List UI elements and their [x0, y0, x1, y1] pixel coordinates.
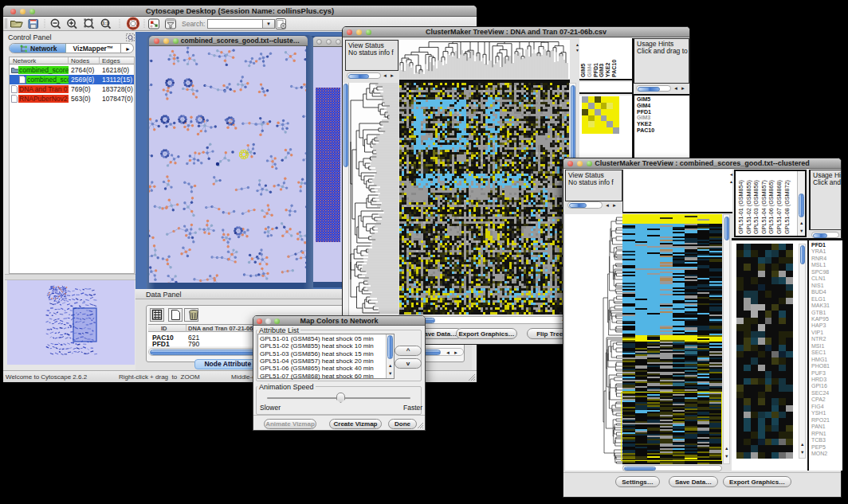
svg-text:GPL51-03 (GSM856): GPL51-03 (GSM856)	[752, 180, 760, 234]
svg-text:1:1: 1:1	[103, 21, 109, 25]
svg-text:GPL51-06 (GSM865): GPL51-06 (GSM865)	[768, 180, 775, 234]
svg-text:GPL51-07 (GSM868): GPL51-07 (GSM868)	[775, 180, 783, 234]
svg-text:GPL51-08 (GSM872): GPL51-08 (GSM872)	[783, 180, 791, 234]
svg-text:GIM5: GIM5	[580, 64, 586, 77]
svg-text:YKE2: YKE2	[605, 63, 610, 77]
svg-text:PAC10: PAC10	[611, 60, 617, 77]
svg-text:PFD1: PFD1	[593, 63, 599, 77]
svg-text:GIM4: GIM4	[587, 64, 592, 77]
svg-text:GPL51-01 (GSM854): GPL51-01 (GSM854)	[737, 180, 744, 234]
svg-text:GPL51-04 (GSM857): GPL51-04 (GSM857)	[760, 180, 768, 234]
svg-text:GIM3: GIM3	[599, 64, 604, 77]
svg-text:GPL51-02 (GSM855): GPL51-02 (GSM855)	[745, 180, 752, 234]
